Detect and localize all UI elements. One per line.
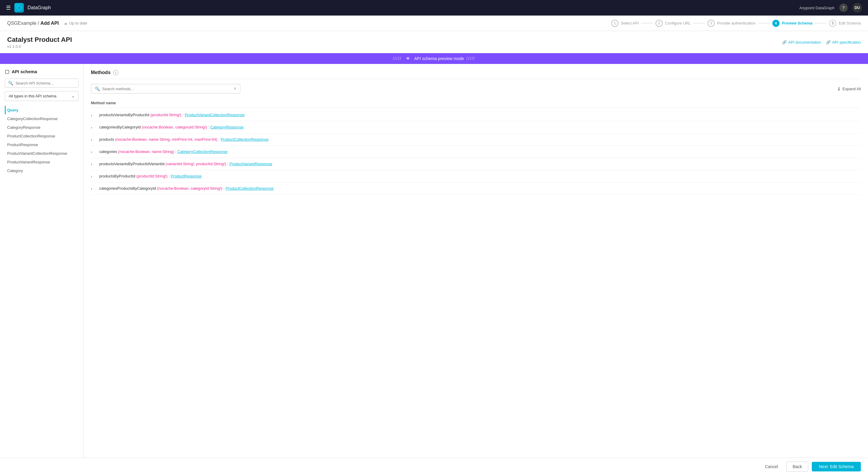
step-2-num: 2 [655, 20, 663, 27]
schema-search-box[interactable]: 🔍 [5, 78, 79, 88]
up-to-date-status: ☁ Up to date [64, 21, 87, 25]
top-nav: ☰ DataGraph Anypoint DataGraph ? DU [0, 0, 868, 15]
sidebar-title: ▢ API schema [5, 69, 79, 74]
method-row: › categoriesProductsByCategoryId (nocach… [91, 183, 861, 195]
method-params: (productId:String!) [136, 174, 167, 178]
methods-search-row: 🔍 × ⇓ Expand All [91, 84, 861, 94]
sidebar-item-product-response[interactable]: ProductResponse [5, 140, 79, 149]
app-title: DataGraph [28, 5, 51, 10]
hamburger-menu[interactable]: ☰ [6, 4, 11, 11]
type-select-dropdown[interactable]: All types in this API schema ⌄ [5, 91, 79, 101]
sidebar-item-query[interactable]: Query [5, 106, 79, 115]
method-return-type[interactable]: ProductVariantCollectionResponse [185, 113, 245, 117]
step-4-label: Preview Schema [782, 21, 813, 25]
method-params: (productId:String!) [150, 113, 181, 117]
breadcrumb-separator: / [38, 21, 40, 26]
schema-search-input[interactable] [16, 81, 75, 86]
type-select-label: All types in this API schema [9, 94, 57, 98]
info-icon[interactable]: i [113, 70, 118, 75]
methods-title: Methods [91, 70, 111, 75]
search-methods-icon: 🔍 [95, 86, 100, 91]
step-3: 3 Provide authentication [708, 20, 755, 27]
preview-stripes-left: ///// [393, 56, 401, 61]
methods-header: Methods i [91, 70, 861, 79]
clear-search-button[interactable]: × [234, 86, 237, 91]
sidebar-item-product-variant-collection-response[interactable]: ProductVariantCollectionResponse [5, 149, 79, 158]
chevron-right-icon[interactable]: › [91, 162, 97, 166]
method-row: › productsVariantsByProductId (productId… [91, 109, 861, 121]
main-content: ▢ API schema 🔍 All types in this API sch… [0, 64, 868, 460]
method-return-type[interactable]: ProductCollectionResponse [226, 186, 274, 191]
sidebar: ▢ API schema 🔍 All types in this API sch… [0, 64, 84, 460]
method-row: › products (nocache:Boolean, name:String… [91, 133, 861, 146]
spec-link-icon: 🔗 [826, 40, 831, 44]
method-name: productsVariantsByProductId [99, 113, 149, 117]
step-2-label: Configure URL [665, 21, 691, 25]
api-doc-link[interactable]: 🔗 API documentation [782, 40, 821, 44]
step-4: 4 Preview Schema [772, 20, 813, 27]
expand-icon: ⇓ [837, 86, 841, 92]
help-button[interactable]: ? [839, 4, 848, 12]
sidebar-item-category-collection-response[interactable]: CategoryCollectionResponse [5, 115, 79, 123]
avatar[interactable]: DU [852, 3, 862, 12]
chevron-right-icon[interactable]: › [91, 186, 97, 191]
api-spec-link[interactable]: 🔗 API specification [826, 40, 861, 44]
chevron-right-icon[interactable]: › [91, 113, 97, 118]
breadcrumb-project[interactable]: QSGExample [7, 21, 36, 26]
preview-banner: ///// 👁 API schema preview mode ///// [0, 53, 868, 64]
cloud-icon: ☁ [64, 21, 67, 25]
stepper: 1 Select API 2 Configure URL 3 Provide a… [611, 20, 861, 27]
footer: Cancel Back Next: Edit Schema [0, 458, 868, 460]
methods-panel: Methods i 🔍 × ⇓ Expand All Method name ›… [84, 64, 868, 460]
sidebar-item-category[interactable]: Category [5, 166, 79, 175]
methods-search-box[interactable]: 🔍 × [91, 84, 240, 94]
chevron-right-icon[interactable]: › [91, 137, 97, 142]
step-1-num: 1 [611, 20, 618, 27]
method-name: categoriesProductsByCategoryId [99, 186, 156, 191]
method-row: › productsVariantsByProductIdVariantId (… [91, 158, 861, 170]
method-return-type[interactable]: ProductResponse [171, 174, 202, 178]
method-params: (nocache:Boolean, categoryId:String!) [157, 186, 222, 191]
method-name: categoriesByCategoryId [99, 125, 141, 129]
link-icon: 🔗 [782, 40, 787, 44]
step-5-label: Edit Schema [839, 21, 861, 25]
method-return-type[interactable]: CategoryResponse [210, 125, 243, 129]
method-row: › productsByProductId (productId:String!… [91, 170, 861, 183]
app-logo [14, 3, 24, 12]
api-version: v1 1.0.0 [7, 44, 72, 49]
method-name: products [99, 137, 114, 141]
method-return-type[interactable]: ProductVariantResponse [229, 162, 272, 166]
method-params: (nocache:Boolean, categoryId:String!) [142, 125, 207, 129]
method-params: (nocache:Boolean, name:String) [118, 149, 174, 154]
eye-icon: 👁 [406, 56, 410, 61]
step-5: 5 Edit Schema [829, 20, 861, 27]
step-5-num: 5 [829, 20, 836, 27]
api-title: Catalyst Product API [7, 36, 72, 43]
method-row: › categories (nocache:Boolean, name:Stri… [91, 146, 861, 158]
method-colon: : [175, 149, 177, 154]
preview-stripes-right: ///// [466, 56, 475, 61]
sidebar-item-category-response[interactable]: CategoryResponse [5, 123, 79, 132]
step-1: 1 Select API [611, 20, 639, 27]
methods-search-input[interactable] [102, 87, 231, 91]
method-return-type[interactable]: ProductCollectionResponse [221, 137, 269, 141]
search-icon: 🔍 [8, 81, 13, 86]
step-2: 2 Configure URL [655, 20, 691, 27]
expand-all-button[interactable]: ⇓ Expand All [837, 86, 861, 92]
chevron-right-icon[interactable]: › [91, 125, 97, 130]
expand-all-label: Expand All [843, 87, 861, 91]
method-params: (variantId:String!, productId:String!) [165, 162, 226, 166]
breadcrumb-page: Add API [40, 21, 59, 26]
method-colon: : [183, 113, 185, 117]
chevron-right-icon[interactable]: › [91, 150, 97, 154]
method-row: › categoriesByCategoryId (nocache:Boolea… [91, 121, 861, 133]
sidebar-nav: Query CategoryCollectionResponse Categor… [5, 106, 79, 175]
preview-label: API schema preview mode [414, 56, 464, 61]
sidebar-item-product-variant-response[interactable]: ProductVariantResponse [5, 158, 79, 166]
method-name: productsByProductId [99, 174, 135, 178]
method-return-type[interactable]: CategoryCollectionResponse [177, 149, 227, 154]
sidebar-item-product-collection-response[interactable]: ProductCollectionResponse [5, 132, 79, 140]
chevron-right-icon[interactable]: › [91, 174, 97, 179]
anypoint-label: Anypoint DataGraph [799, 6, 835, 10]
schema-icon: ▢ [5, 69, 9, 74]
